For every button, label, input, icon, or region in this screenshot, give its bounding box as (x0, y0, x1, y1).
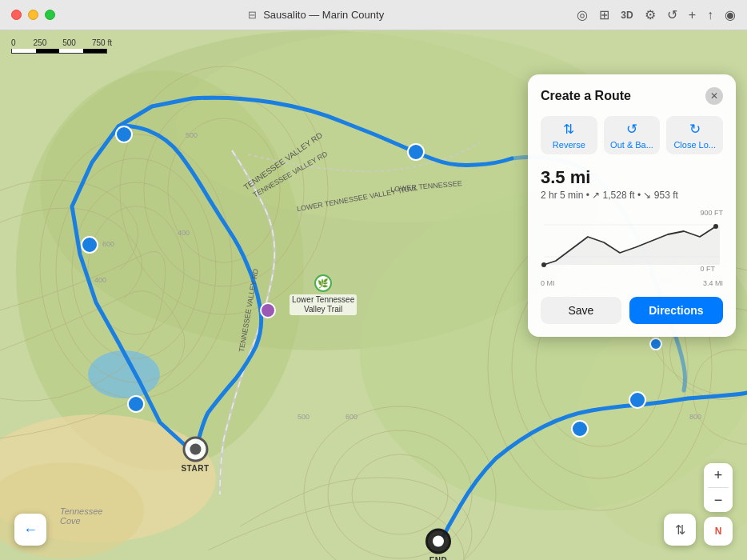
stats-detail: 2 hr 5 min • ↗ 1,528 ft • ↘ 953 ft (541, 190, 723, 201)
3d-icon[interactable]: 3D (621, 10, 633, 21)
map[interactable]: → ↑ ↑ → → ← TENNESSEE VALLEY RD LOWER TE… (0, 30, 747, 560)
elevation-end-x: 3.4 MI (703, 279, 723, 287)
svg-point-33 (261, 303, 275, 318)
end-marker: END (425, 529, 451, 561)
action-buttons: ⇅ Reverse ↺ Out & Ba... ↻ Close Lo... (541, 116, 723, 154)
traffic-lights (11, 10, 55, 20)
scale-label-250: 250 (34, 38, 47, 47)
elevation-chart: 900 FT 0 FT (541, 209, 723, 273)
reverse-label: Reverse (553, 140, 585, 150)
start-marker-dot (190, 444, 201, 455)
account-icon[interactable]: ◉ (725, 7, 736, 22)
end-label: END (429, 556, 448, 561)
back-button[interactable]: ← (14, 514, 46, 546)
zoom-controls: + − (704, 463, 733, 512)
svg-text:→: → (633, 396, 641, 405)
scale-label-500: 500 (62, 38, 76, 47)
scale-bar: 0 250 500 750 ft (11, 38, 112, 54)
elevation-min-label: 0 FT (700, 265, 723, 273)
route-filter-button[interactable]: ⇅ (664, 514, 696, 546)
out-back-label: Out & Ba... (610, 140, 653, 150)
out-back-icon: ↺ (626, 121, 637, 138)
panel-title: Create a Route (541, 89, 631, 103)
elevation-y-labels: 900 FT 0 FT (700, 209, 723, 273)
panel-header: Create a Route ✕ (541, 87, 723, 105)
scale-seg-4 (83, 49, 107, 53)
back-icon: ← (23, 522, 38, 538)
save-button[interactable]: Save (541, 297, 621, 324)
share-icon[interactable]: ↑ (707, 8, 713, 22)
titlebar: ⊟ Sausalito — Marin County ◎ ⊞ 3D ⚙ ↺ + … (0, 0, 747, 30)
svg-point-37 (541, 262, 546, 267)
map-controls: + − N (704, 463, 733, 546)
location-icon[interactable]: ◎ (577, 7, 588, 22)
svg-point-34 (650, 338, 661, 350)
window-title: Sausalito — Marin County (263, 9, 384, 21)
start-marker-ring (182, 437, 208, 462)
compass-button[interactable]: N (704, 517, 733, 546)
poi-icon: 🌿 (314, 274, 332, 292)
end-marker-ring (425, 529, 451, 554)
svg-point-2 (16, 70, 304, 470)
titlebar-right-controls: ◎ ⊞ 3D ⚙ ↺ + ↑ ◉ (577, 7, 736, 22)
scale-seg-1 (12, 49, 36, 53)
svg-text:↑: ↑ (134, 400, 138, 409)
elevation-svg (541, 209, 723, 273)
elevation-max-label: 900 FT (700, 209, 723, 217)
traffic-icon[interactable]: ⚙ (645, 7, 656, 22)
close-button[interactable] (11, 10, 22, 20)
start-label: START (181, 464, 209, 473)
zoom-out-button[interactable]: − (704, 488, 733, 512)
stats-area: 3.5 mi 2 hr 5 min • ↗ 1,528 ft • ↘ 953 f… (541, 167, 723, 287)
route-panel: Create a Route ✕ ⇅ Reverse ↺ Out & Ba...… (528, 74, 736, 337)
map-layers-icon[interactable]: ⊞ (599, 7, 609, 22)
svg-text:→: → (120, 130, 128, 139)
panel-buttons: Save Directions (541, 297, 723, 324)
distance-display: 3.5 mi (541, 167, 723, 188)
poi-label: Lower TennesseeValley Trail (290, 294, 357, 315)
maximize-button[interactable] (45, 10, 55, 20)
svg-text:→: → (412, 148, 420, 157)
close-loop-button[interactable]: ↻ Close Lo... (666, 116, 723, 154)
window-icon: ⊟ (248, 9, 257, 21)
scale-seg-3 (59, 49, 83, 53)
add-icon[interactable]: + (689, 8, 696, 22)
scale-label-0: 0 (11, 38, 16, 47)
panel-close-button[interactable]: ✕ (705, 87, 723, 105)
title-area: ⊟ Sausalito — Marin County (55, 9, 577, 21)
scale-seg-2 (36, 49, 60, 53)
directions-button[interactable]: Directions (629, 297, 723, 324)
svg-text:←: ← (576, 425, 584, 434)
refresh-icon[interactable]: ↺ (667, 7, 677, 22)
reverse-button[interactable]: ⇅ Reverse (541, 116, 597, 154)
route-filter-icon: ⇅ (675, 522, 685, 538)
elevation-x-labels: 0 MI 3.4 MI (541, 279, 723, 287)
end-marker-dot (433, 536, 444, 547)
svg-text:↑: ↑ (88, 241, 92, 250)
close-loop-label: Close Lo... (673, 140, 716, 150)
minimize-button[interactable] (28, 10, 38, 20)
start-marker: START (181, 437, 209, 473)
compass-label: N (715, 526, 722, 537)
scale-label-750: 750 ft (92, 38, 112, 47)
scale-line (11, 49, 107, 54)
zoom-in-button[interactable]: + (704, 463, 733, 487)
close-loop-icon: ↻ (689, 121, 701, 138)
reverse-icon: ⇅ (563, 121, 574, 138)
out-and-back-button[interactable]: ↺ Out & Ba... (604, 116, 661, 154)
scale-labels: 0 250 500 750 ft (11, 38, 112, 47)
poi-container: 🌿 Lower TennesseeValley Trail (290, 274, 357, 315)
elevation-start-x: 0 MI (541, 279, 555, 287)
